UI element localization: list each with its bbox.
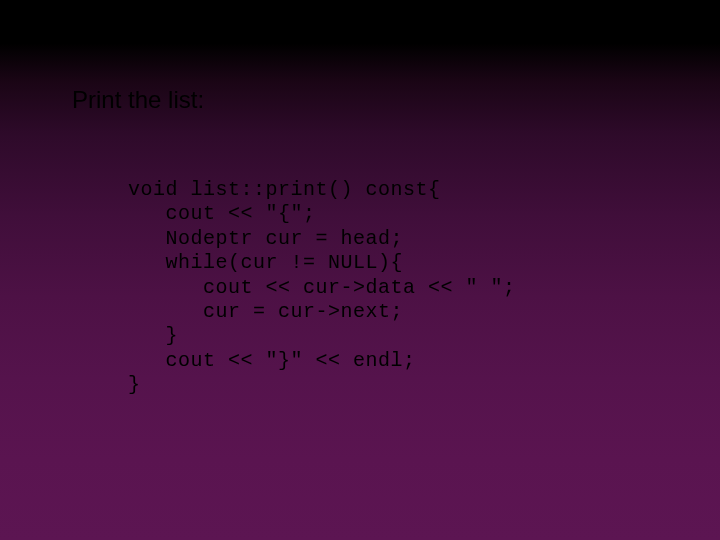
code-line: cur = cur->next; [128, 300, 403, 323]
code-line: Nodeptr cur = head; [128, 227, 403, 250]
code-line: } [128, 324, 178, 347]
code-line: } [128, 373, 141, 396]
code-line: cout << "{"; [128, 202, 316, 225]
slide-title: Print the list: [72, 86, 204, 114]
code-line: void list::print() const{ [128, 178, 441, 201]
code-line: while(cur != NULL){ [128, 251, 403, 274]
code-line: cout << "}" << endl; [128, 349, 416, 372]
code-block: void list::print() const{ cout << "{"; N… [128, 178, 516, 398]
code-line: cout << cur->data << " "; [128, 276, 516, 299]
